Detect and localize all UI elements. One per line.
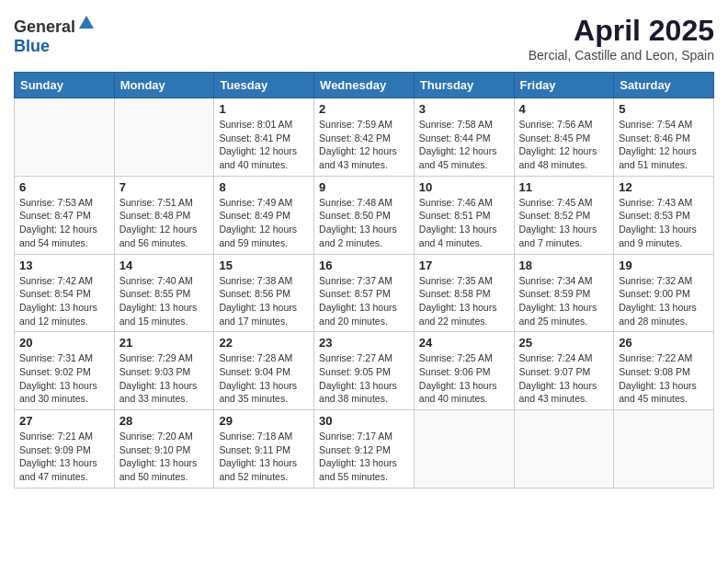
calendar-cell: 6Sunrise: 7:53 AM Sunset: 8:47 PM Daylig… (15, 176, 115, 254)
day-info: Sunrise: 7:40 AM Sunset: 8:55 PM Dayligh… (119, 274, 210, 328)
calendar-cell: 12Sunrise: 7:43 AM Sunset: 8:53 PM Dayli… (614, 176, 714, 254)
day-number: 29 (219, 414, 309, 428)
day-info: Sunrise: 7:56 AM Sunset: 8:45 PM Dayligh… (519, 118, 609, 172)
weekday-header-tuesday: Tuesday (214, 73, 314, 98)
page-header: General Blue April 2025 Bercial, Castill… (14, 14, 714, 63)
title-block: April 2025 Bercial, Castille and Leon, S… (529, 14, 714, 63)
day-number: 2 (319, 102, 409, 116)
day-number: 22 (219, 336, 309, 350)
calendar-cell: 30Sunrise: 7:17 AM Sunset: 9:12 PM Dayli… (314, 410, 415, 488)
day-number: 24 (419, 336, 509, 350)
calendar-cell (15, 98, 115, 177)
day-info: Sunrise: 7:54 AM Sunset: 8:46 PM Dayligh… (619, 118, 709, 172)
day-number: 10 (419, 180, 509, 194)
calendar-cell: 8Sunrise: 7:49 AM Sunset: 8:49 PM Daylig… (214, 176, 314, 254)
day-number: 27 (19, 414, 109, 428)
calendar-cell (614, 410, 714, 488)
weekday-header-friday: Friday (514, 73, 614, 98)
calendar-cell: 25Sunrise: 7:24 AM Sunset: 9:07 PM Dayli… (514, 332, 614, 410)
day-info: Sunrise: 7:42 AM Sunset: 8:54 PM Dayligh… (19, 274, 109, 328)
weekday-header-thursday: Thursday (414, 73, 514, 98)
day-info: Sunrise: 7:38 AM Sunset: 8:56 PM Dayligh… (219, 274, 309, 328)
day-number: 14 (119, 259, 210, 272)
day-number: 8 (219, 180, 309, 194)
calendar-cell: 10Sunrise: 7:46 AM Sunset: 8:51 PM Dayli… (414, 176, 514, 254)
day-number: 15 (219, 259, 309, 272)
day-info: Sunrise: 7:53 AM Sunset: 8:47 PM Dayligh… (19, 196, 109, 250)
day-number: 26 (619, 336, 709, 350)
logo-icon (77, 14, 96, 32)
calendar-cell: 1Sunrise: 8:01 AM Sunset: 8:41 PM Daylig… (214, 98, 314, 177)
calendar-cell: 15Sunrise: 7:38 AM Sunset: 8:56 PM Dayli… (214, 254, 314, 332)
weekday-header-wednesday: Wednesday (314, 73, 415, 98)
day-info: Sunrise: 7:24 AM Sunset: 9:07 PM Dayligh… (519, 351, 609, 406)
calendar-cell (114, 98, 214, 177)
day-number: 4 (519, 102, 609, 116)
day-number: 12 (619, 180, 709, 194)
day-info: Sunrise: 7:17 AM Sunset: 9:12 PM Dayligh… (319, 430, 409, 484)
day-info: Sunrise: 7:46 AM Sunset: 8:51 PM Dayligh… (419, 196, 509, 250)
calendar-cell: 14Sunrise: 7:40 AM Sunset: 8:55 PM Dayli… (114, 254, 214, 332)
day-info: Sunrise: 7:37 AM Sunset: 8:57 PM Dayligh… (319, 274, 409, 328)
day-number: 3 (419, 102, 509, 116)
day-info: Sunrise: 7:20 AM Sunset: 9:10 PM Dayligh… (119, 430, 210, 484)
day-number: 11 (519, 180, 609, 194)
calendar-cell: 23Sunrise: 7:27 AM Sunset: 9:05 PM Dayli… (314, 332, 415, 410)
day-number: 30 (319, 414, 409, 428)
calendar-cell: 22Sunrise: 7:28 AM Sunset: 9:04 PM Dayli… (214, 332, 314, 410)
calendar-table: SundayMondayTuesdayWednesdayThursdayFrid… (14, 72, 714, 488)
day-number: 1 (219, 102, 309, 116)
day-info: Sunrise: 8:01 AM Sunset: 8:41 PM Dayligh… (219, 118, 309, 172)
day-number: 16 (319, 259, 409, 272)
day-info: Sunrise: 7:25 AM Sunset: 9:06 PM Dayligh… (419, 351, 509, 406)
calendar-cell: 3Sunrise: 7:58 AM Sunset: 8:44 PM Daylig… (414, 98, 514, 177)
calendar-cell: 2Sunrise: 7:59 AM Sunset: 8:42 PM Daylig… (314, 98, 415, 177)
day-info: Sunrise: 7:35 AM Sunset: 8:58 PM Dayligh… (419, 274, 509, 328)
day-info: Sunrise: 7:48 AM Sunset: 8:50 PM Dayligh… (319, 196, 409, 250)
day-number: 19 (619, 259, 709, 272)
calendar-cell: 13Sunrise: 7:42 AM Sunset: 8:54 PM Dayli… (15, 254, 115, 332)
day-number: 17 (419, 259, 509, 272)
day-info: Sunrise: 7:51 AM Sunset: 8:48 PM Dayligh… (119, 196, 210, 250)
calendar-cell: 11Sunrise: 7:45 AM Sunset: 8:52 PM Dayli… (514, 176, 614, 254)
svg-marker-0 (79, 16, 94, 29)
day-number: 7 (119, 180, 210, 194)
calendar-cell: 18Sunrise: 7:34 AM Sunset: 8:59 PM Dayli… (514, 254, 614, 332)
day-info: Sunrise: 7:34 AM Sunset: 8:59 PM Dayligh… (519, 274, 609, 328)
day-number: 18 (519, 259, 609, 272)
day-info: Sunrise: 7:31 AM Sunset: 9:02 PM Dayligh… (19, 351, 109, 406)
day-number: 9 (319, 180, 409, 194)
week-row-5: 27Sunrise: 7:21 AM Sunset: 9:09 PM Dayli… (15, 410, 714, 488)
calendar-cell: 4Sunrise: 7:56 AM Sunset: 8:45 PM Daylig… (514, 98, 614, 177)
day-info: Sunrise: 7:27 AM Sunset: 9:05 PM Dayligh… (319, 351, 409, 406)
day-info: Sunrise: 7:21 AM Sunset: 9:09 PM Dayligh… (19, 430, 109, 484)
day-info: Sunrise: 7:29 AM Sunset: 9:03 PM Dayligh… (119, 351, 210, 406)
day-number: 25 (519, 336, 609, 350)
calendar-cell: 29Sunrise: 7:18 AM Sunset: 9:11 PM Dayli… (214, 410, 314, 488)
weekday-header-monday: Monday (114, 73, 214, 98)
week-row-3: 13Sunrise: 7:42 AM Sunset: 8:54 PM Dayli… (15, 254, 714, 332)
week-row-1: 1Sunrise: 8:01 AM Sunset: 8:41 PM Daylig… (15, 98, 714, 177)
day-number: 13 (19, 259, 109, 272)
logo: General Blue (14, 14, 96, 56)
logo-blue: Blue (14, 37, 50, 55)
weekday-header-row: SundayMondayTuesdayWednesdayThursdayFrid… (15, 73, 714, 98)
day-info: Sunrise: 7:28 AM Sunset: 9:04 PM Dayligh… (219, 351, 309, 406)
week-row-2: 6Sunrise: 7:53 AM Sunset: 8:47 PM Daylig… (15, 176, 714, 254)
location-subtitle: Bercial, Castille and Leon, Spain (529, 48, 714, 63)
day-info: Sunrise: 7:59 AM Sunset: 8:42 PM Dayligh… (319, 118, 409, 172)
calendar-cell: 21Sunrise: 7:29 AM Sunset: 9:03 PM Dayli… (114, 332, 214, 410)
calendar-cell (414, 410, 514, 488)
calendar-cell (514, 410, 614, 488)
calendar-cell: 19Sunrise: 7:32 AM Sunset: 9:00 PM Dayli… (614, 254, 714, 332)
calendar-cell: 28Sunrise: 7:20 AM Sunset: 9:10 PM Dayli… (114, 410, 214, 488)
logo-wordmark: General Blue (14, 14, 96, 56)
calendar-cell: 17Sunrise: 7:35 AM Sunset: 8:58 PM Dayli… (414, 254, 514, 332)
weekday-header-sunday: Sunday (15, 73, 115, 98)
calendar-cell: 16Sunrise: 7:37 AM Sunset: 8:57 PM Dayli… (314, 254, 415, 332)
day-info: Sunrise: 7:43 AM Sunset: 8:53 PM Dayligh… (619, 196, 709, 250)
day-number: 20 (19, 336, 109, 350)
day-number: 21 (119, 336, 210, 350)
calendar-cell: 26Sunrise: 7:22 AM Sunset: 9:08 PM Dayli… (614, 332, 714, 410)
calendar-cell: 24Sunrise: 7:25 AM Sunset: 9:06 PM Dayli… (414, 332, 514, 410)
